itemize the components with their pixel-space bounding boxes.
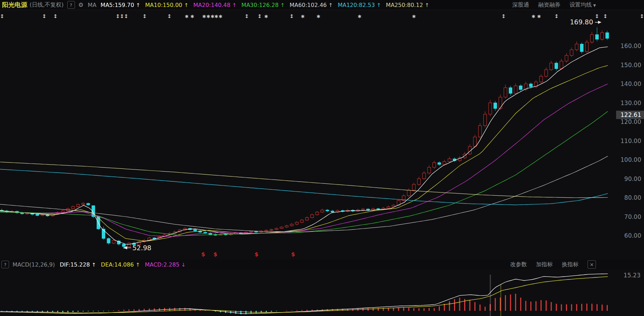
event-marker-icon[interactable]: ✱	[215, 14, 219, 19]
candle-up	[310, 215, 314, 218]
annotations-layer: 169.8052.98	[123, 18, 601, 252]
macd-bar	[139, 309, 140, 311]
macd-bar	[505, 295, 506, 311]
event-marker-icon[interactable]: ↕	[554, 13, 559, 19]
macd-bar	[434, 308, 435, 311]
candle-down	[193, 230, 197, 231]
event-marker-icon[interactable]: ↕	[124, 13, 129, 19]
event-marker-icon[interactable]: ↕	[640, 13, 644, 19]
dividend-marker-icon[interactable]: $	[201, 251, 205, 258]
candle-up	[448, 159, 451, 161]
macd-bar	[581, 304, 582, 311]
macd-link-2[interactable]: 换指标	[562, 261, 578, 268]
price-axis-label: 150.00	[621, 62, 641, 69]
event-marker-icon[interactable]: ↕	[116, 13, 120, 19]
macd-bar	[413, 308, 414, 311]
close-icon[interactable]: ×	[588, 260, 596, 269]
macd-header: ? MACD(12,26,9) DIF:15.228 ↑DEA:14.086 ↑…	[0, 259, 644, 270]
event-marker-icon[interactable]: ↕	[603, 13, 608, 19]
event-marker-icon[interactable]: ↕	[595, 13, 599, 19]
macd-link-1[interactable]: 加指标	[536, 261, 553, 268]
candle-up	[545, 70, 548, 76]
candle-up	[61, 211, 64, 212]
event-marker-icon[interactable]: ↕	[258, 13, 262, 19]
macd-readouts: DIF:15.228 ↑DEA:14.086 ↑MACD:2.285 ↓	[60, 261, 191, 268]
trend-arrow-icon: ↑	[232, 2, 237, 8]
event-marker-icon[interactable]: ↕	[501, 13, 506, 19]
event-marker-icon[interactable]: ✱	[301, 14, 305, 19]
event-marker-icon[interactable]: ↕	[0, 13, 4, 19]
macd-bar	[271, 311, 272, 312]
stock-chart-app: 阳光电源 (日线,不复权) ? ⚙ MA MA5:159.70 ↑MA10:15…	[0, 0, 644, 316]
event-marker-icon[interactable]: ✱	[211, 14, 215, 19]
event-marker-icon[interactable]: ✱	[317, 14, 321, 19]
help-icon[interactable]: ?	[67, 1, 75, 9]
event-marker-icon[interactable]: ✱	[207, 14, 210, 19]
dividend-marker-icon[interactable]: $	[254, 251, 258, 258]
event-marker-icon[interactable]: ✱	[412, 14, 416, 19]
indicator-help-icon[interactable]: ?	[1, 261, 9, 268]
last-price-label: 122.61	[621, 111, 641, 118]
macd-indicator-panel: 15.23	[0, 270, 644, 316]
event-marker-icon[interactable]: ↕	[167, 13, 172, 19]
macd-bar	[88, 311, 89, 311]
candle-up	[112, 240, 115, 243]
trend-arrow-icon: ↑	[184, 2, 189, 8]
candle-up	[316, 212, 319, 215]
trend-arrow-icon: ↑	[136, 2, 140, 8]
glare-streak	[500, 284, 501, 316]
event-marker-icon[interactable]: ↕	[245, 13, 249, 19]
price-axis-label: 140.00	[621, 80, 641, 87]
event-marker-icon[interactable]: ✱	[358, 14, 362, 19]
candle-up	[575, 44, 578, 50]
dividend-marker-icon[interactable]: $	[291, 251, 295, 258]
macd-bar	[118, 310, 119, 311]
event-marker-icon[interactable]: ↕	[290, 13, 294, 19]
candle-up	[570, 50, 573, 55]
event-marker-icon[interactable]: ↕	[42, 13, 47, 19]
candle-down	[377, 209, 380, 210]
toolbar-link-1[interactable]: 融资融券	[538, 1, 560, 9]
event-marker-icon[interactable]: ✱	[264, 14, 268, 19]
event-marker-icon[interactable]: ↕	[53, 13, 58, 19]
event-marker-icon[interactable]: ✱	[202, 14, 206, 19]
trend-arrow-icon: ↑	[425, 2, 429, 8]
event-marker-icon[interactable]: ✱	[537, 14, 541, 19]
dividend-marker-icon[interactable]: $	[213, 251, 217, 258]
event-marker-icon[interactable]: ↕	[120, 13, 124, 19]
price-axis-label: 70.00	[624, 213, 641, 220]
macd-link-0[interactable]: 改参数	[510, 261, 527, 268]
ma-label: MA	[88, 2, 97, 8]
macd-bar	[83, 311, 84, 311]
macd-bar	[561, 304, 562, 311]
candle-up	[275, 228, 278, 229]
event-marker-icon[interactable]: ✱	[185, 14, 189, 19]
price-axis-label: 160.00	[621, 42, 641, 49]
macd-bar	[368, 308, 369, 311]
candle-up	[428, 167, 431, 173]
candle-down	[494, 103, 497, 109]
macd-readout-2: MACD:2.285 ↓	[145, 261, 186, 268]
high-price-annotation: 169.80	[570, 18, 593, 26]
ma-readout-1: MA10:150.00 ↑	[145, 2, 189, 8]
price-axis-label: 110.00	[621, 137, 641, 144]
high-annotation-arrowhead	[598, 21, 601, 24]
candle-up	[82, 203, 85, 204]
candle-up	[412, 184, 415, 190]
candle-down	[107, 238, 110, 243]
candle-down	[606, 33, 609, 38]
toolbar-link-0[interactable]: 深股通	[512, 1, 529, 9]
event-marker-icon[interactable]: ✱	[219, 14, 223, 19]
macd-bar	[1, 311, 2, 311]
macd-bar	[510, 294, 511, 311]
glare-streak	[490, 275, 491, 316]
candle-up	[300, 220, 304, 222]
gear-icon[interactable]: ⚙	[78, 1, 84, 8]
toolbar-link-2[interactable]: 设置均线▼	[569, 1, 596, 9]
event-marker-icon[interactable]: ✱	[532, 14, 536, 19]
event-marker-icon[interactable]: ✱	[191, 14, 194, 19]
macd-bar	[439, 306, 440, 311]
macd-bar	[576, 304, 577, 311]
event-marker-icon[interactable]: ↕	[143, 13, 147, 19]
macd-bar	[62, 311, 63, 312]
